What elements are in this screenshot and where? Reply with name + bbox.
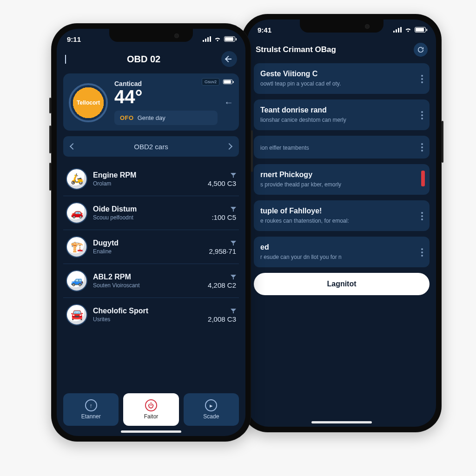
battery-icon: [224, 36, 235, 42]
filter-icon: [231, 173, 236, 178]
metric-value: 4,208 C2: [208, 281, 236, 289]
battery-icon: [223, 79, 232, 84]
metric-title: Cheolofic Sport: [93, 307, 202, 315]
more-icon[interactable]: [421, 207, 423, 225]
card-subtitle: s provide theald par kber, emorly: [260, 181, 416, 188]
page-title: OBD 02: [127, 54, 160, 65]
home-indicator[interactable]: [311, 421, 372, 423]
phone-device-back: 9:41 Strulst Crimant OBag Geste Viitiong…: [242, 14, 442, 432]
metric-title: Oide Distum: [93, 205, 206, 213]
device-notch: [109, 29, 193, 42]
cellular-icon: [393, 27, 402, 33]
info-card[interactable]: Geste Viitiong Coowtl teap pin a yocal c…: [254, 63, 430, 94]
selector-label: OBD2 cars: [134, 143, 168, 151]
vehicle-avatar-icon: 🛵: [66, 168, 87, 190]
vehicle-avatar-icon: 🚘: [66, 304, 87, 325]
gauge-icon: Tellocort: [69, 83, 108, 122]
vehicle-avatar-icon: 🚗: [66, 202, 87, 224]
alert-flag-icon: [421, 171, 425, 186]
filter-icon: [231, 207, 236, 212]
metric-value: 4,500 C3: [208, 179, 236, 187]
hero-badge: Gsuv2: [202, 78, 219, 86]
tab-label: Scade: [203, 413, 219, 420]
card-title: Geste Viitiong C: [260, 70, 416, 78]
list-item[interactable]: 🚙ABL2 RPMSouten Vioiroscant4,208 C2: [63, 264, 239, 298]
battery-icon: [415, 27, 426, 33]
wifi-icon: [404, 26, 412, 34]
chevron-left-icon: [70, 143, 76, 150]
metric-subtitle: Scouu pelfoodnt: [93, 214, 206, 221]
play-icon: ▸: [205, 399, 217, 411]
category-selector[interactable]: OBD2 cars: [63, 136, 239, 157]
metric-value: 2,958·71: [209, 247, 236, 255]
info-card[interactable]: rnert Phickogys provide theald par kber,…: [254, 164, 430, 195]
card-subtitle: lionshar canice deshtom can merly: [260, 116, 416, 124]
filter-icon: [231, 309, 236, 313]
nav-action-button[interactable]: [221, 51, 237, 67]
home-indicator[interactable]: [121, 430, 181, 433]
more-icon[interactable]: [421, 142, 423, 152]
arrow-left-icon: ←: [224, 97, 233, 108]
more-icon[interactable]: [421, 243, 423, 261]
more-icon[interactable]: [421, 106, 423, 124]
list-item[interactable]: 🚗Oide DistumScouu pelfoodnt:100 C5: [63, 196, 239, 230]
metric-title: Dugytd: [93, 239, 204, 247]
hero-subpill[interactable]: OFO Gente day: [114, 111, 218, 125]
info-card[interactable]: tuple of Fahlloye!e roukes can thatensti…: [254, 200, 430, 231]
metric-list: 🛵Engine RPMOrolam4,500 C3🚗Oide DistumSco…: [63, 162, 239, 331]
list-item[interactable]: 🛵Engine RPMOrolam4,500 C3: [63, 162, 239, 196]
info-card[interactable]: ion elfler teambents: [254, 136, 430, 158]
tab-label: Etanner: [81, 413, 101, 420]
tab-label: Faitor: [144, 413, 159, 420]
card-title: Teant donrise rand: [260, 106, 416, 114]
cellular-icon: [203, 36, 211, 42]
back-button[interactable]: [65, 55, 66, 63]
chevron-right-icon: [226, 143, 232, 150]
card-title: tuple of Fahlloye!: [260, 207, 416, 215]
filter-icon: [231, 241, 236, 245]
device-notch: [300, 20, 383, 33]
card-subtitle: oowtl teap pin a yocal cad ef oty.: [260, 80, 416, 87]
metric-subtitle: Enaline: [93, 248, 204, 255]
vehicle-avatar-icon: 🚙: [66, 270, 87, 291]
metric-value: :100 C5: [212, 213, 236, 221]
arrow-left-icon: [226, 56, 232, 62]
tab-bar: ↑ Etanner ⏻ Faitor ▸ Scade: [63, 393, 239, 426]
info-card[interactable]: edr esude can your dn llot you for n: [254, 237, 430, 267]
info-card[interactable]: Teant donrise randlionshar canice deshto…: [254, 99, 430, 130]
card-title: rnert Phickogy: [260, 171, 416, 179]
tab-scan[interactable]: ▸ Scade: [184, 393, 239, 426]
refresh-icon[interactable]: [414, 43, 428, 57]
power-icon: ⏻: [145, 399, 157, 411]
metric-value: 2,008 C3: [208, 315, 236, 323]
card-title: ed: [260, 243, 416, 251]
page-title: Strulst Crimant OBag: [256, 45, 336, 54]
metric-title: Engine RPM: [93, 171, 202, 179]
upload-icon: ↑: [85, 399, 97, 411]
card-subtitle: e roukes can thatenstion, for emoal:: [260, 217, 416, 225]
status-time: 9:11: [67, 35, 81, 43]
list-item[interactable]: 🚘Cheolofic SportUsrites2,008 C3: [63, 298, 239, 331]
card-subtitle: ion elfler teambents: [260, 144, 416, 152]
more-icon[interactable]: [421, 70, 423, 87]
tab-scanner[interactable]: ↑ Etanner: [63, 393, 119, 426]
pill-tag: OFO: [120, 114, 134, 121]
pill-text: Gente day: [138, 114, 165, 121]
summary-card[interactable]: Gsuv2 Tellocort Canticad 44° OFO Gente d…: [63, 73, 239, 131]
metric-title: ABL2 RPM: [93, 273, 202, 281]
vehicle-avatar-icon: 🏗️: [66, 236, 87, 258]
primary-cta-button[interactable]: Lagnitot: [254, 273, 430, 295]
list-item[interactable]: 🏗️DugytdEnaline2,958·71: [63, 230, 239, 264]
tab-editor[interactable]: ⏻ Faitor: [123, 393, 178, 426]
metric-subtitle: Souten Vioiroscant: [93, 282, 202, 289]
metric-subtitle: Usrites: [93, 316, 202, 323]
gauge-label: Tellocort: [77, 99, 100, 106]
wifi-icon: [214, 35, 221, 43]
status-time: 9:41: [258, 26, 271, 34]
hero-value: 44°: [114, 87, 218, 106]
card-subtitle: r esude can your dn llot you for n: [260, 253, 416, 261]
filter-icon: [231, 275, 236, 279]
phone-device-front: 9:11 OBD 02 Gsuv2: [51, 23, 251, 442]
metric-subtitle: Orolam: [93, 180, 202, 187]
